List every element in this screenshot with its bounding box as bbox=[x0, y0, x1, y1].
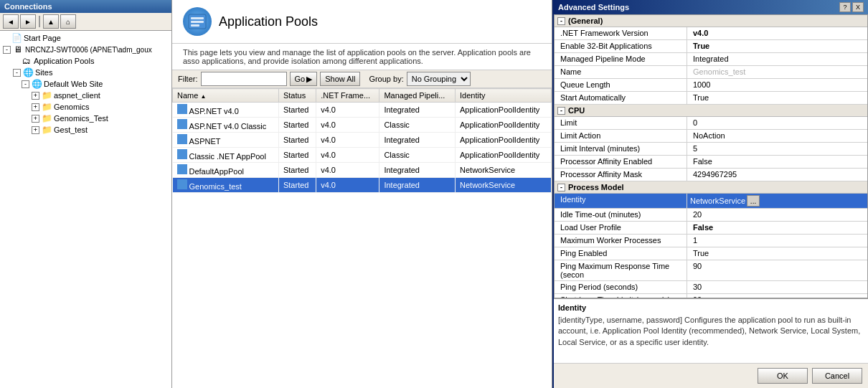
expand-server[interactable]: - bbox=[3, 46, 11, 54]
svg-rect-2 bbox=[191, 21, 204, 23]
tree-item-start-page[interactable]: 📄 Start Page bbox=[1, 32, 170, 44]
settings-key: Identity bbox=[555, 194, 687, 208]
settings-row[interactable]: Maximum Worker Processes 1 bbox=[555, 235, 867, 247]
forward-button[interactable]: ► bbox=[20, 14, 36, 29]
table-row[interactable]: Classic .NET AppPool Started v4.0 Classi… bbox=[173, 148, 552, 163]
section-header-cpu[interactable]: - CPU bbox=[555, 105, 867, 117]
settings-key: Load User Profile bbox=[555, 222, 687, 234]
settings-key: Processor Affinity Mask bbox=[555, 169, 687, 181]
table-row[interactable]: ASPNET Started v4.0 Integrated Applicati… bbox=[173, 133, 552, 148]
settings-row[interactable]: Queue Length 1000 bbox=[555, 79, 867, 92]
tree-item-aspnet-client[interactable]: + 📁 aspnet_client bbox=[1, 90, 170, 101]
filter-input[interactable] bbox=[201, 72, 287, 86]
col-name[interactable]: Name ▲ bbox=[173, 89, 279, 103]
settings-row[interactable]: Managed Pipeline Mode Integrated bbox=[555, 53, 867, 66]
group-by-select[interactable]: No Grouping bbox=[407, 72, 471, 86]
cell-pipeline: Integrated bbox=[379, 178, 456, 193]
up-button[interactable]: ▲ bbox=[43, 14, 59, 29]
settings-row[interactable]: Start Automatically True bbox=[555, 92, 867, 105]
col-identity[interactable]: Identity bbox=[456, 89, 552, 103]
settings-val-container: Integrated bbox=[687, 53, 867, 65]
settings-row[interactable]: Limit 0 bbox=[555, 117, 867, 130]
col-pipeline[interactable]: Managed Pipeli... bbox=[379, 89, 456, 103]
settings-val-container: 4294967295 bbox=[687, 169, 867, 181]
editable-cell: NetworkService ... bbox=[690, 195, 864, 207]
go-button[interactable]: Go ▶ bbox=[290, 72, 318, 86]
tree-item-app-pools[interactable]: 🗂 Application Pools bbox=[1, 55, 170, 67]
settings-row[interactable]: Limit Action NoAction bbox=[555, 130, 867, 143]
show-all-button[interactable]: Show All bbox=[320, 72, 360, 86]
settings-row[interactable]: Ping Enabled True bbox=[555, 247, 867, 260]
cell-identity: NetworkService bbox=[456, 163, 552, 178]
table-row[interactable]: ASP.NET v4.0 Classic Started v4.0 Classi… bbox=[173, 118, 552, 133]
connections-title: Connections bbox=[4, 2, 52, 11]
cell-name: ASP.NET v4.0 Classic bbox=[173, 118, 279, 133]
settings-row[interactable]: Idle Time-out (minutes) 20 bbox=[555, 209, 867, 222]
expand-aspnet-client[interactable]: + bbox=[32, 92, 39, 100]
settings-val-container: NoAction bbox=[687, 130, 867, 142]
settings-key: Maximum Worker Processes bbox=[555, 235, 687, 247]
table-row[interactable]: DefaultAppPool Started v4.0 Integrated N… bbox=[173, 163, 552, 178]
expand-genomics[interactable]: + bbox=[32, 103, 39, 111]
table-row[interactable]: ASP.NET v4.0 Started v4.0 Integrated App… bbox=[173, 103, 552, 118]
table-row[interactable]: Genomics_test Started v4.0 Integrated Ne… bbox=[173, 178, 552, 193]
home-button[interactable]: ⌂ bbox=[60, 14, 76, 29]
expand-genomics-test[interactable]: + bbox=[32, 115, 39, 123]
content-title: Application Pools bbox=[219, 14, 318, 29]
settings-value: 20 bbox=[690, 209, 704, 220]
settings-row[interactable]: Enable 32-Bit Applications True bbox=[555, 40, 867, 53]
edit-button[interactable]: ... bbox=[747, 195, 760, 207]
tree-label: Default Web Site bbox=[44, 80, 103, 88]
settings-value: True bbox=[690, 40, 712, 52]
help-button[interactable]: ? bbox=[839, 2, 851, 12]
settings-key: Limit bbox=[555, 117, 687, 129]
section-header-process-model[interactable]: - Process Model bbox=[555, 181, 867, 194]
settings-row[interactable]: .NET Framework Version v4.0 bbox=[555, 27, 867, 40]
cell-identity: ApplicationPoolIdentity bbox=[456, 103, 552, 118]
settings-row[interactable]: Limit Interval (minutes) 5 bbox=[555, 143, 867, 156]
tree-label: Genomics bbox=[54, 103, 90, 111]
tree-label: Start Page bbox=[24, 34, 61, 42]
app-pools-table-container: Name ▲ Status .NET Frame... Managed Pipe… bbox=[172, 88, 552, 388]
col-status[interactable]: Status bbox=[278, 89, 316, 103]
settings-val-container: 20 bbox=[687, 209, 867, 221]
tree-item-genomics-test[interactable]: + 📁 Genomics_Test bbox=[1, 113, 170, 124]
tree-item-default-web-site[interactable]: - 🌐 Default Web Site bbox=[1, 78, 170, 90]
col-net[interactable]: .NET Frame... bbox=[316, 89, 379, 103]
cell-status: Started bbox=[278, 118, 316, 133]
tree-item-sites[interactable]: - 🌐 Sites bbox=[1, 67, 170, 78]
connections-panel: Connections ◄ ► ▲ ⌂ 📄 Start Page - 🖥 NRC… bbox=[0, 0, 172, 388]
settings-row[interactable]: Identity NetworkService ... bbox=[555, 194, 867, 209]
settings-row[interactable]: Processor Affinity Enabled False bbox=[555, 156, 867, 169]
settings-value: 30 bbox=[690, 281, 704, 293]
expand-default-web-site[interactable]: - bbox=[22, 80, 29, 88]
content-header: Application Pools bbox=[172, 0, 552, 44]
tree-item-server[interactable]: - 🖥 NRCNZJ-SWT0006 (APNET\adm_goux bbox=[1, 44, 170, 55]
expand-gest-test[interactable]: + bbox=[32, 126, 39, 134]
cancel-button[interactable]: Cancel bbox=[812, 368, 862, 384]
settings-key: Managed Pipeline Mode bbox=[555, 53, 687, 65]
settings-row[interactable]: Processor Affinity Mask 4294967295 bbox=[555, 169, 867, 181]
settings-row[interactable]: Load User Profile False bbox=[555, 222, 867, 235]
back-button[interactable]: ◄ bbox=[3, 14, 19, 29]
expand-sites[interactable]: - bbox=[13, 69, 21, 77]
folder-icon: 📁 bbox=[41, 113, 52, 123]
settings-row[interactable]: Name Genomics_test bbox=[555, 66, 867, 79]
settings-value: 1 bbox=[690, 235, 700, 246]
section-header-general[interactable]: - (General) bbox=[555, 15, 867, 27]
folder-icon: 📁 bbox=[41, 125, 52, 135]
settings-val-container: False bbox=[687, 222, 867, 234]
app-pools-table: Name ▲ Status .NET Frame... Managed Pipe… bbox=[172, 88, 552, 193]
close-button[interactable]: X bbox=[852, 2, 864, 12]
advanced-settings-panel: Advanced Settings ? X - (General) .NET F… bbox=[552, 0, 868, 388]
pool-icon bbox=[177, 134, 187, 144]
ok-button[interactable]: OK bbox=[758, 368, 808, 384]
cell-status: Started bbox=[278, 148, 316, 163]
tree-label: Gest_test bbox=[54, 126, 88, 134]
section-label: Process Model bbox=[568, 183, 624, 191]
settings-row[interactable]: Ping Period (seconds) 30 bbox=[555, 281, 867, 294]
tree-item-genomics[interactable]: + 📁 Genomics bbox=[1, 101, 170, 113]
cell-net: v4.0 bbox=[316, 178, 379, 193]
tree-item-gest-test[interactable]: + 📁 Gest_test bbox=[1, 124, 170, 136]
settings-row[interactable]: Ping Maximum Response Time (secon 90 bbox=[555, 260, 867, 281]
